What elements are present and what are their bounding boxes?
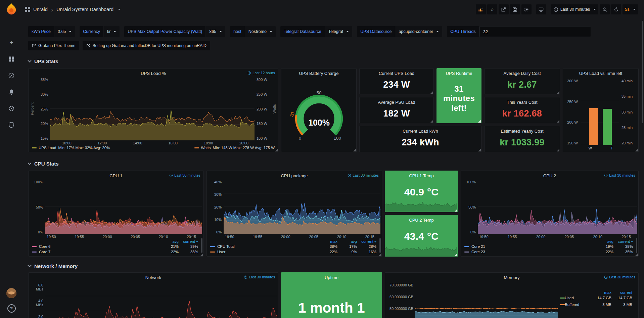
plot-area[interactable] (45, 282, 277, 318)
series-name[interactable]: Used (565, 296, 591, 300)
dashboards-icon[interactable] (8, 55, 15, 63)
apps-grid-icon[interactable] (25, 7, 30, 12)
refresh-button[interactable] (611, 4, 621, 14)
panel-title[interactable]: Estimated Yearly Cost (485, 126, 560, 135)
panel-title[interactable]: Average PSU Load (360, 97, 433, 106)
refresh-interval-button[interactable]: 5s (623, 4, 638, 14)
save-button[interactable] (510, 4, 520, 14)
row-header-cpu-stats[interactable]: CPU Stats (28, 161, 639, 167)
legend-series-ups-load[interactable]: UPS Load Min: 17% Max: 32% Avg: 20% (32, 146, 110, 150)
legend-scrollbar[interactable] (201, 238, 202, 253)
variable-value-dropdown[interactable]: Telegraf (325, 26, 352, 37)
server-admin-shield-icon[interactable] (8, 121, 15, 129)
legend-column-max[interactable]: max (591, 290, 611, 294)
legend-column-current[interactable]: current (357, 239, 376, 243)
panel-cpu2-graph: CPU 2 Last 30 minutes 100% 50% 0% (461, 171, 639, 257)
series-name[interactable]: Core 23 (471, 250, 594, 254)
dashboard-links: Grafana Plex Theme Setting up Grafana an… (28, 41, 639, 50)
plot-area[interactable] (581, 79, 619, 145)
breadcrumb-app[interactable]: Unraid (33, 7, 48, 12)
panel-title[interactable]: CPU 2 Temp (385, 215, 458, 224)
panel-title[interactable]: UPS Load % (29, 69, 278, 77)
variable-value-dropdown[interactable]: 0.65 (54, 26, 75, 37)
row-header-network-memory[interactable]: Network / Memory (28, 263, 639, 269)
series-name[interactable]: Core 21 (471, 244, 594, 248)
panel-title[interactable]: Uptime (281, 273, 382, 281)
series-name: Watts (201, 146, 211, 150)
x-tick: 14:00 (133, 141, 142, 145)
zoom-out-button[interactable] (600, 4, 610, 14)
network-memory-row: Network Last 30 minutes 6.0 MBs 4.0 MBs … (28, 272, 639, 318)
panel-time-range[interactable]: Last 30 minutes (169, 173, 200, 177)
plot-area[interactable] (478, 180, 637, 234)
series-name[interactable]: Buffered (565, 303, 591, 307)
legend-column-current[interactable]: current (179, 239, 198, 243)
cycle-view-button[interactable] (536, 4, 546, 14)
user-avatar[interactable] (6, 288, 16, 298)
variable-label: kWh Price (28, 26, 54, 37)
panel-title[interactable]: Network (29, 273, 278, 281)
panel-title[interactable]: Current Load kWh (360, 126, 481, 135)
panel-title[interactable]: CPU 1 Temp (385, 171, 458, 179)
panel-title[interactable]: UPS Battery Charge (281, 69, 356, 77)
external-link-icon (86, 44, 90, 48)
panel-title[interactable]: UPS Runtime (437, 69, 481, 77)
page-scrollbar[interactable] (642, 21, 643, 123)
share-button[interactable] (499, 4, 509, 14)
x-axis: 19:50 19:55 20:00 20:05 20:10 20:15 (29, 234, 203, 239)
legend-series-watts[interactable]: Watts Min: 148 W Max: 278 W Avg: 175 W (194, 146, 275, 150)
variable-value-dropdown[interactable]: Nostromo (245, 26, 276, 37)
panel-title[interactable]: UPS Load vs Time left (563, 69, 638, 77)
variable-value-dropdown[interactable]: 865 (206, 26, 225, 37)
series-name[interactable]: Core 6 (39, 244, 159, 248)
panel-time-range[interactable]: Last 30 minutes (604, 275, 635, 279)
series-name[interactable]: CPU Total (217, 244, 318, 248)
x-tick: W (588, 146, 592, 150)
explore-compass-icon[interactable] (8, 72, 15, 79)
configuration-gear-icon[interactable] (8, 105, 15, 112)
dashboard-title[interactable]: Unraid System Dashboard (56, 7, 113, 12)
panel-title[interactable]: Memory (385, 273, 638, 281)
panel-current-load-kwh: Current Load kWh 234 kWh (359, 126, 481, 152)
x-tick: 20:10 (593, 235, 603, 239)
series-marker (32, 147, 37, 148)
legend-column-avg[interactable]: avg (594, 239, 613, 243)
panel-title[interactable]: This Years Cost (485, 97, 560, 106)
star-button[interactable]: ☆ (487, 4, 497, 14)
cpu2-temp-sparkline (385, 242, 457, 256)
link-ups-monitoring-guide[interactable]: Setting up Grafana and InfluxDB for UPS … (83, 41, 211, 50)
legend-column-max[interactable]: max (318, 239, 337, 243)
legend-column-current[interactable]: current (613, 239, 633, 243)
alerting-bell-icon[interactable] (8, 88, 15, 96)
panel-memory-graph: Memory Last 30 minutes 70.000000 GB 60.0… (385, 272, 639, 318)
legend-column-current[interactable]: current (611, 290, 632, 294)
panel-title[interactable]: Average Daily Cost (485, 69, 560, 77)
add-panel-button[interactable] (476, 4, 486, 14)
dashboard-settings-button[interactable] (521, 4, 532, 14)
panel-time-range[interactable]: Last 30 minutes (348, 173, 379, 177)
series-name[interactable]: User (217, 250, 318, 254)
series-name[interactable]: Core 7 (39, 250, 159, 254)
row-header-ups-stats[interactable]: UPS Stats (28, 58, 639, 64)
legend-scrollbar[interactable] (636, 238, 637, 253)
legend-scrollbar[interactable] (379, 238, 381, 253)
plot-area[interactable] (45, 180, 202, 234)
plot-area[interactable] (224, 180, 380, 234)
legend-column-avg[interactable]: avg (159, 239, 179, 243)
variable-value-dropdown[interactable]: apcupsd-container (395, 26, 442, 37)
plot-area[interactable] (415, 282, 558, 318)
link-grafana-plex-theme[interactable]: Grafana Plex Theme (28, 41, 79, 50)
legend-column-avg[interactable]: avg (337, 239, 357, 243)
help-icon[interactable]: ? (7, 304, 16, 313)
panel-time-range[interactable]: Last 30 minutes (244, 275, 275, 279)
plot-area[interactable] (50, 78, 255, 140)
variable-value-dropdown[interactable]: kr (104, 26, 120, 37)
cpu-threads-input[interactable]: 32 (479, 26, 591, 37)
chevron-down-icon[interactable] (118, 9, 121, 11)
time-range-button[interactable]: Last 30 minutes (551, 4, 598, 14)
panel-time-range[interactable]: Last 30 minutes (604, 173, 635, 177)
panel-title[interactable]: Current UPS Load (360, 69, 433, 77)
grafana-logo[interactable] (5, 3, 18, 15)
create-icon[interactable]: + (8, 39, 15, 46)
panel-time-range[interactable]: Last 12 hours (247, 71, 275, 75)
